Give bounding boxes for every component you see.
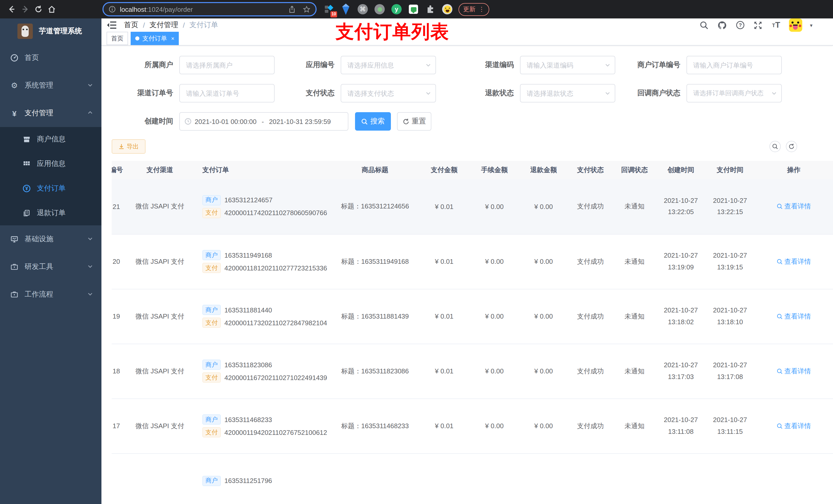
filter-merchant-order-no: 商户订单编号 (619, 56, 782, 74)
active-dot-icon (135, 37, 139, 41)
tag-home[interactable]: 首页 (106, 32, 128, 45)
sidebar-item-pay[interactable]: ¥ 支付管理 (0, 99, 101, 127)
sidebar-item-infra[interactable]: 基础设施 (0, 225, 101, 253)
pay-tag: 支付 (203, 317, 221, 328)
merchant-tag: 商户 (203, 250, 221, 260)
back-icon[interactable] (5, 3, 19, 16)
extension-bar: 10 ⌘ y (324, 4, 452, 14)
font-size-icon[interactable]: TT (771, 20, 781, 30)
view-detail-link[interactable]: 查看详情 (777, 312, 811, 321)
orders-table: 编号 支付渠道 支付订单 商品标题 支付金额 手续金额 退款金额 支付状态 回调… (112, 161, 833, 504)
notify-status-select[interactable] (687, 84, 782, 102)
refund-status-select[interactable] (520, 84, 615, 102)
export-button[interactable]: 导出 (112, 139, 145, 154)
sidebar-item-dev-tools[interactable]: 研发工具 (0, 253, 101, 281)
page-annotation: 支付订单列表 (336, 20, 449, 45)
sidebar-item-refund-order[interactable]: 退款订单 (0, 201, 101, 225)
document-copy-icon (23, 209, 31, 217)
merchant-input[interactable] (179, 56, 275, 74)
view-detail-link[interactable]: 查看详情 (777, 257, 811, 266)
view-detail-link[interactable]: 查看详情 (777, 366, 811, 376)
tag-pay-order[interactable]: 支付订单 × (130, 32, 179, 45)
chevron-down-icon (87, 263, 93, 271)
home-icon[interactable] (45, 3, 58, 16)
search-icon[interactable] (699, 20, 710, 30)
page-content: 所属商户 应用编号 渠道编码 (101, 46, 833, 504)
close-icon[interactable]: × (171, 35, 174, 42)
table-row: 19 微信 JSAPI 支付 商户1635311881440 支付4200001… (112, 289, 833, 344)
sidebar-item-system[interactable]: ⚙ 系统管理 (0, 72, 101, 99)
fullscreen-icon[interactable] (753, 20, 763, 30)
extension-badge: 10 (330, 11, 337, 18)
view-detail-link[interactable]: 查看详情 (777, 421, 811, 431)
share-icon[interactable] (288, 5, 295, 13)
sidebar-item-app-info[interactable]: 应用信息 (0, 152, 101, 176)
sidebar-item-merchant-info[interactable]: 商户信息 (0, 127, 101, 152)
table-row: 18 微信 JSAPI 支付 商户1635311823086 支付4200001… (112, 344, 833, 399)
extensions-puzzle-icon[interactable] (425, 4, 435, 14)
reset-button[interactable]: 重置 (397, 112, 431, 130)
kite-extension-icon[interactable] (341, 4, 351, 14)
chevron-down-icon (87, 82, 93, 89)
browser-chrome: localhost:1024/pay/order 10 ⌘ y 更新 (0, 0, 833, 19)
sidebar-item-workflow[interactable]: 工作流程 (0, 281, 101, 308)
user-avatar[interactable] (789, 19, 802, 32)
tampermonkey-extension-icon[interactable]: 10 (324, 4, 334, 14)
svg-text:?: ? (739, 22, 742, 28)
avatar-caret-icon[interactable]: ▾ (810, 22, 812, 28)
refresh-button[interactable] (786, 141, 797, 152)
recorder-extension-icon[interactable] (375, 4, 385, 14)
help-icon[interactable]: ? (735, 20, 745, 30)
url-bar[interactable]: localhost:1024/pay/order (102, 2, 317, 16)
app-title: 芋道管理系统 (39, 27, 82, 36)
filter-refund-status: 退款状态 (445, 84, 615, 102)
merchant-tag: 商户 (203, 305, 221, 315)
monitor-icon (10, 235, 19, 243)
view-detail-link[interactable]: 查看详情 (777, 202, 811, 211)
table-row: 20 微信 JSAPI 支付 商户1635311949168 支付4200001… (112, 234, 833, 289)
search-button[interactable]: 搜索 (355, 112, 391, 130)
app-select[interactable] (341, 56, 436, 74)
command-extension-icon[interactable]: ⌘ (358, 4, 368, 14)
date-start: 2021-10-01 00:00:00 (195, 118, 256, 125)
url-text: localhost:1024/pay/order (120, 5, 288, 13)
sidebar-item-home[interactable]: 首页 (0, 44, 101, 72)
grid-icon (23, 160, 31, 168)
pay-tag: 支付 (203, 263, 221, 273)
forward-icon[interactable] (19, 3, 32, 16)
merchant-tag: 商户 (203, 414, 221, 425)
channel-order-no-input[interactable] (179, 84, 275, 102)
github-icon[interactable] (717, 20, 728, 30)
chevron-down-icon (87, 291, 93, 298)
chevron-up-icon (87, 110, 93, 117)
browser-menu-icon[interactable]: ⋮ (478, 6, 485, 13)
pay-status-select[interactable] (341, 84, 436, 102)
sidebar-submenu-pay: 商户信息 应用信息 支付订单 (0, 127, 101, 225)
shop-icon (23, 135, 31, 143)
browser-update-button[interactable]: 更新 ⋮ (458, 3, 489, 16)
breadcrumb-pay[interactable]: 支付管理 (149, 21, 178, 30)
sidebar-logo[interactable]: 芋道管理系统 (0, 19, 101, 44)
navbar-actions: ? TT ▾ (699, 19, 812, 32)
table-body: 21 微信 JSAPI 支付 商户1635312124657 支付4200001… (112, 179, 833, 504)
channel-code-select[interactable] (520, 56, 615, 74)
sidebar-item-pay-order[interactable]: 支付订单 (0, 176, 101, 201)
toggle-search-button[interactable] (769, 141, 781, 152)
sidebar-fold-icon[interactable] (106, 20, 117, 30)
info-icon[interactable] (109, 6, 116, 13)
search-form: 所属商户 应用编号 渠道编码 (112, 56, 833, 130)
breadcrumb-home[interactable]: 首页 (124, 21, 138, 30)
y-extension-icon[interactable]: y (391, 4, 402, 14)
tags-view: 首页 支付订单 × (101, 32, 833, 46)
reload-icon[interactable] (32, 3, 45, 16)
table-row: 21 微信 JSAPI 支付 商户1635312124657 支付4200001… (112, 179, 833, 234)
navbar: 首页 / 支付管理 / 支付订单 支付订单列表 ? (101, 19, 833, 32)
profile-avatar-icon[interactable] (442, 4, 452, 14)
bookmark-star-icon[interactable] (303, 5, 310, 13)
pay-tag: 支付 (203, 427, 221, 437)
chat-extension-icon[interactable] (408, 4, 419, 14)
chevron-down-icon (87, 235, 93, 243)
logo-image (18, 24, 33, 39)
date-range-input[interactable]: 2021-10-01 00:00:00 - 2021-10-31 23:59:5… (179, 112, 348, 130)
merchant-order-no-input[interactable] (687, 56, 782, 74)
